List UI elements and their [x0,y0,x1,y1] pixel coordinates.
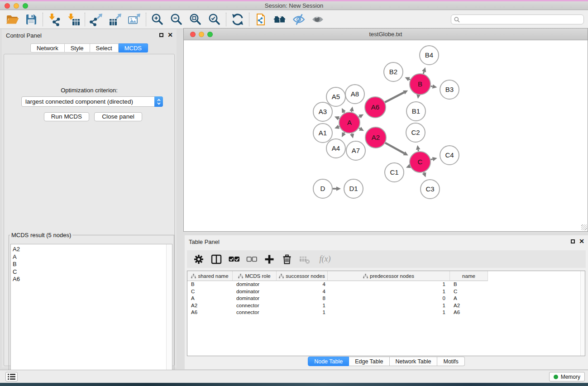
graph-node-C4[interactable]: C4 [440,146,459,165]
float-panel-icon[interactable] [159,33,163,37]
table-row[interactable]: Cdominator41C [187,288,585,295]
criterion-dropdown[interactable]: largest connected component (directed) [21,96,163,107]
table-row[interactable]: Bdominator41B [187,281,585,288]
tab-network-table[interactable]: Network Table [390,357,438,366]
graph-node-D[interactable]: D [313,179,332,198]
import-network-icon[interactable] [48,13,61,26]
graph-node-B3[interactable]: B3 [440,80,459,99]
graph-node-A5[interactable]: A5 [326,87,345,106]
traffic-light-green[interactable] [23,3,28,9]
graph-node-B4[interactable]: B4 [420,46,439,65]
graph-edge-B-B4[interactable] [422,67,426,74]
mcds-result-item[interactable]: A [13,253,172,261]
graph-edge-C-C4[interactable] [430,157,437,161]
graph-node-A[interactable]: A [339,112,360,133]
delete-columns-icon[interactable] [281,253,293,265]
tab-network[interactable]: Network [30,43,65,52]
graph-edge-A6-B[interactable] [385,91,408,102]
apply-function-icon[interactable]: f(x) [316,253,334,265]
graph-edge-B-B2[interactable] [405,77,411,81]
resize-grip[interactable] [581,224,587,230]
mcds-result-item[interactable]: C [13,268,172,276]
deselect-all-rows-icon[interactable] [246,253,258,265]
run-mcds-button[interactable]: Run MCDS [44,112,89,121]
graph-node-A7[interactable]: A7 [346,141,365,160]
search-field[interactable] [451,14,584,24]
open-session-icon[interactable] [5,13,19,26]
graph-edge-A-A4[interactable] [342,132,346,137]
graph-node-A1[interactable]: A1 [313,124,332,143]
table-row[interactable]: A6connector11A6 [187,309,585,316]
traffic-light-yellow[interactable] [14,3,19,9]
traffic-light-green[interactable] [207,32,213,37]
zoom-selected-icon[interactable] [208,13,221,26]
table-scrollbar[interactable] [580,271,585,356]
zoom-out-icon[interactable] [170,13,183,26]
tab-edge-table[interactable]: Edge Table [349,357,389,366]
task-history-button[interactable] [5,372,18,381]
refresh-layout-icon[interactable] [231,13,244,26]
network-window-titlebar[interactable]: testGlobe.txt [184,29,588,40]
graph-node-B[interactable]: B [410,74,430,95]
select-all-rows-icon[interactable] [228,253,240,265]
graph-edge-A-A5[interactable] [342,108,346,113]
delete-table-icon[interactable] [299,253,311,265]
traffic-light-red[interactable] [5,3,10,9]
float-table-panel-icon[interactable] [571,239,575,243]
tab-node-table[interactable]: Node Table [308,357,349,366]
zoom-fit-icon[interactable] [189,13,202,26]
table-options-icon[interactable] [193,253,205,265]
graph-node-B2[interactable]: B2 [384,62,403,81]
graph-node-C1[interactable]: C1 [385,163,404,182]
mcds-result-item[interactable]: A2 [13,246,172,253]
traffic-light-red[interactable] [190,32,196,37]
tab-motifs[interactable]: Motifs [437,357,464,366]
tab-style[interactable]: Style [65,43,90,52]
graph-node-A3[interactable]: A3 [313,102,332,121]
duplicate-network-icon[interactable] [254,13,268,26]
split-panel-icon[interactable] [210,253,222,265]
import-table-icon[interactable] [67,13,80,26]
save-session-icon[interactable] [24,13,38,26]
main-titlebar[interactable]: Session: New Session [0,1,588,10]
graph-node-A4[interactable]: A4 [326,139,345,158]
result-scrollbar[interactable] [166,244,172,386]
memory-button[interactable]: Memory [549,372,585,381]
column-header-predecessor-nodes[interactable]: predecessor nodes [328,271,450,281]
graph-node-B1[interactable]: B1 [406,102,425,121]
export-table-icon[interactable] [109,13,122,26]
graph-edge-A-A6[interactable] [359,114,363,118]
hide-graphics-details-icon[interactable] [292,13,306,26]
mcds-result-item[interactable]: B [13,261,172,268]
graph-node-C[interactable]: C [410,152,430,172]
graph-node-C3[interactable]: C3 [421,180,440,199]
graph-edge-B-B3[interactable] [431,84,437,88]
graph-node-A8[interactable]: A8 [345,85,364,104]
show-graphics-details-icon[interactable] [311,13,325,26]
column-header-successor-nodes[interactable]: successor nodes [277,271,328,281]
column-header-name[interactable]: name [450,271,488,281]
graph-edge-A2-C[interactable] [385,143,408,156]
close-panel-button[interactable]: Close panel [94,112,142,121]
table-row[interactable]: Adominator80A [187,295,585,302]
graph-edge-A-A3[interactable] [335,116,339,120]
network-overview-icon[interactable] [273,13,287,26]
close-table-panel-icon[interactable]: ✕ [579,238,584,244]
traffic-light-yellow[interactable] [199,32,204,37]
tab-select[interactable]: Select [90,43,119,52]
graph-node-A2[interactable]: A2 [365,127,386,148]
graph-edge-A-A7[interactable] [350,133,354,138]
tab-mcds[interactable]: MCDS [119,43,148,52]
graph-edge-A-A2[interactable] [359,127,364,131]
export-image-icon[interactable] [128,13,141,26]
graph-edge-C-C2[interactable] [416,145,421,152]
close-panel-icon[interactable]: ✕ [167,32,173,38]
graph-edge-C-C3[interactable] [422,172,426,177]
graph-node-C2[interactable]: C2 [406,123,425,142]
graph-edge-D-D1[interactable] [333,186,341,191]
mcds-result-item[interactable]: A6 [13,276,172,283]
column-header-shared-name[interactable]: shared name [187,271,233,281]
table-row[interactable]: A2connector11A2 [187,302,585,310]
graph-node-A6[interactable]: A6 [365,97,386,118]
network-canvas[interactable]: B4B2BB3B1C2A5A8A6A3AA1A4A7A2CC1C4C3DD1 [184,40,588,231]
